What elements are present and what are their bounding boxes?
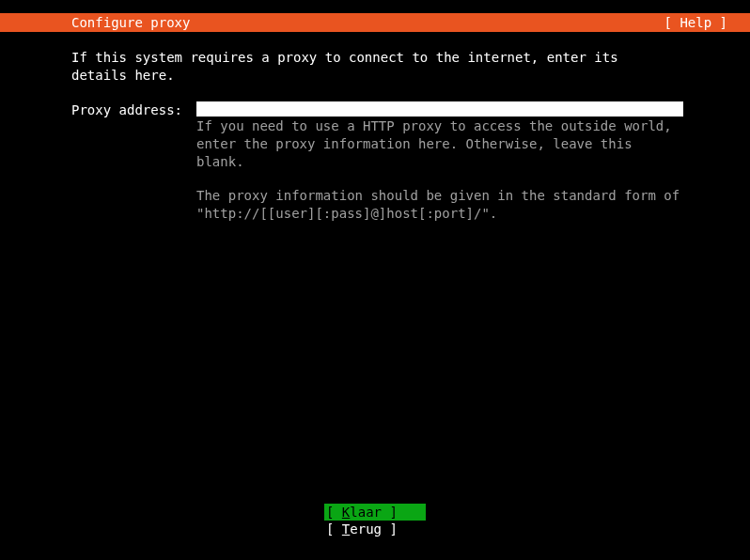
proxy-field-column: If you need to use a HTTP proxy to acces…	[196, 101, 683, 223]
footer-actions: [ Klaar ] [ Terug ]	[0, 504, 750, 537]
hint-line: If you need to use a HTTP proxy to acces…	[196, 117, 683, 135]
proxy-label: Proxy address:	[71, 101, 189, 119]
hint-line: enter the proxy information here. Otherw…	[196, 135, 683, 171]
page-title: Configure proxy	[71, 15, 190, 30]
main-content: If this system requires a proxy to conne…	[0, 32, 750, 223]
help-button[interactable]: [ Help ]	[664, 15, 742, 30]
intro-text: If this system requires a proxy to conne…	[71, 49, 679, 85]
proxy-hint: If you need to use a HTTP proxy to acces…	[196, 117, 683, 223]
proxy-address-input[interactable]	[196, 101, 683, 117]
proxy-form-row: Proxy address: If you need to use a HTTP…	[71, 101, 679, 223]
done-button[interactable]: [ Klaar ]	[324, 504, 426, 521]
back-button[interactable]: [ Terug ]	[324, 521, 426, 537]
hint-line: The proxy information should be given in…	[196, 187, 683, 205]
title-bar: Configure proxy [ Help ]	[0, 13, 750, 32]
hint-line: "http://[[user][:pass]@]host[:port]/".	[196, 205, 683, 223]
